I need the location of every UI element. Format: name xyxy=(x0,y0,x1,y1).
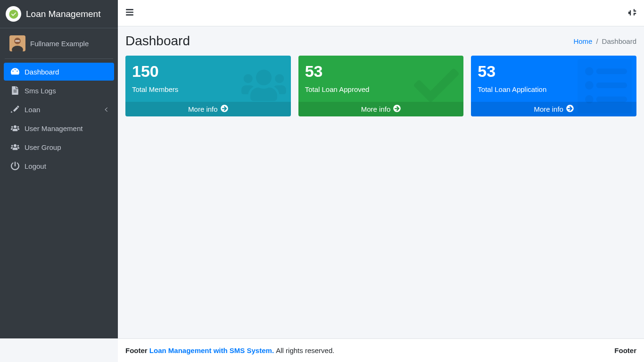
page-title: Dashboard xyxy=(125,33,190,49)
sidebar-item-label: Dashboard xyxy=(25,68,59,76)
card-value: 53 xyxy=(478,62,630,81)
card-label: Total Loan Approved xyxy=(305,85,457,93)
arrow-circle-right-icon xyxy=(221,105,228,114)
svg-point-0 xyxy=(9,9,18,18)
main-area: Dashboard Home / Dashboard 150 Total Mem… xyxy=(118,0,644,338)
users-icon xyxy=(9,143,21,151)
edit-icon xyxy=(9,105,21,114)
card-label: Total Members xyxy=(132,85,284,93)
content-body: 150 Total Members More info xyxy=(118,56,644,338)
breadcrumb: Home / Dashboard xyxy=(573,37,636,45)
card-value: 53 xyxy=(305,62,457,81)
card-loan-approved: 53 Total Loan Approved More info xyxy=(298,56,464,116)
user-fullname: Fullname Example xyxy=(30,40,89,48)
footer-left: Footer Loan Management with SMS System. … xyxy=(125,346,334,354)
breadcrumb-home-link[interactable]: Home xyxy=(573,37,592,45)
sidebar-item-label: User Management xyxy=(25,124,83,132)
brand-title: Loan Management xyxy=(26,9,100,19)
sidebar-item-logout[interactable]: Logout xyxy=(4,157,114,175)
user-panel[interactable]: Fullname Example xyxy=(5,28,113,59)
card-label: Total Loan Application xyxy=(478,85,630,93)
sidebar-item-label: Sms Logs xyxy=(25,87,56,95)
sidebar-item-usermgmt[interactable]: User Management xyxy=(4,119,114,137)
users-icon xyxy=(9,124,21,132)
card-value: 150 xyxy=(132,62,284,81)
footer-prefix: Footer xyxy=(125,346,149,354)
fullscreen-toggle-button[interactable] xyxy=(628,8,636,18)
dashboard-icon xyxy=(9,67,21,76)
power-icon xyxy=(9,162,21,170)
sidebar-item-loan[interactable]: Loan xyxy=(4,100,114,118)
brand-logo-icon xyxy=(6,6,21,22)
footer-rights: All rights reserved. xyxy=(276,346,334,354)
sidebar-item-usergroup[interactable]: User Group xyxy=(4,138,114,156)
page-footer: Footer Loan Management with SMS System. … xyxy=(118,338,644,362)
arrow-circle-right-icon xyxy=(566,105,574,114)
menu-toggle-button[interactable] xyxy=(125,8,134,18)
sidebar-item-smslogs[interactable]: Sms Logs xyxy=(4,82,114,99)
compress-icon xyxy=(628,8,636,18)
footer-brand-link[interactable]: Loan Management with SMS System. xyxy=(149,346,274,354)
breadcrumb-separator: / xyxy=(596,37,598,45)
brand-link[interactable]: Loan Management xyxy=(0,0,118,28)
more-info-label: More info xyxy=(361,105,391,113)
breadcrumb-current: Dashboard xyxy=(602,37,636,45)
sidebar-item-label: User Group xyxy=(25,143,61,151)
content-header: Dashboard Home / Dashboard xyxy=(118,26,644,56)
bars-icon xyxy=(125,8,134,18)
chevron-left-icon xyxy=(104,106,108,114)
sidebar: Loan Management Fullname Example Dashboa… xyxy=(0,0,118,338)
more-info-label: More info xyxy=(534,105,563,113)
file-icon xyxy=(9,86,21,95)
sidebar-item-dashboard[interactable]: Dashboard xyxy=(4,63,114,81)
sidebar-item-label: Logout xyxy=(25,162,46,170)
card-total-members: 150 Total Members More info xyxy=(125,56,291,116)
footer-right: Footer xyxy=(614,346,636,354)
avatar-icon xyxy=(9,35,25,51)
sidebar-item-label: Loan xyxy=(25,106,40,114)
more-info-label: More info xyxy=(188,105,218,113)
sidebar-nav: Dashboard Sms Logs Loan xyxy=(0,59,118,180)
top-navbar xyxy=(118,0,644,26)
svg-rect-4 xyxy=(15,40,20,41)
stat-cards-row: 150 Total Members More info xyxy=(125,56,636,116)
card-loan-application: 53 Total Loan Application More info xyxy=(471,56,636,116)
arrow-circle-right-icon xyxy=(393,105,401,114)
